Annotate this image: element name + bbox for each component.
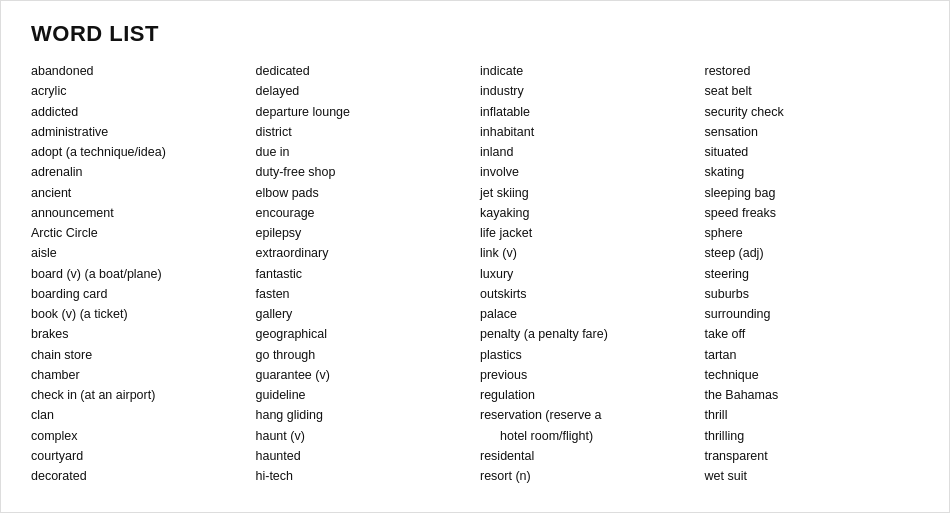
word-item: adopt (a technique/idea) [31, 142, 246, 162]
word-item: sleeping bag [705, 183, 920, 203]
word-item: suburbs [705, 284, 920, 304]
word-item: penalty (a penalty fare) [480, 324, 695, 344]
word-item: announcement [31, 203, 246, 223]
word-item: sphere [705, 223, 920, 243]
word-item: wet suit [705, 466, 920, 486]
word-item: fantastic [256, 264, 471, 284]
word-item: inhabitant [480, 122, 695, 142]
word-item: regulation [480, 385, 695, 405]
word-item: aisle [31, 243, 246, 263]
word-item: clan [31, 405, 246, 425]
word-item: due in [256, 142, 471, 162]
word-item: addicted [31, 102, 246, 122]
word-item: link (v) [480, 243, 695, 263]
word-item: take off [705, 324, 920, 344]
word-item: industry [480, 81, 695, 101]
word-item: extraordinary [256, 243, 471, 263]
word-item: inland [480, 142, 695, 162]
word-item: encourage [256, 203, 471, 223]
word-item: indicate [480, 61, 695, 81]
word-item: book (v) (a ticket) [31, 304, 246, 324]
word-item: involve [480, 162, 695, 182]
word-column-3: indicateindustryinflatableinhabitantinla… [480, 61, 695, 486]
word-item: plastics [480, 345, 695, 365]
word-item: speed freaks [705, 203, 920, 223]
word-item: ancient [31, 183, 246, 203]
word-item: guarantee (v) [256, 365, 471, 385]
word-item: outskirts [480, 284, 695, 304]
word-item: situated [705, 142, 920, 162]
word-item: steering [705, 264, 920, 284]
word-item: complex [31, 426, 246, 446]
page: WORD LIST abandonedacrylicaddictedadmini… [0, 0, 950, 513]
word-item: acrylic [31, 81, 246, 101]
word-item: technique [705, 365, 920, 385]
word-item: jet skiing [480, 183, 695, 203]
word-item: sensation [705, 122, 920, 142]
word-item: Arctic Circle [31, 223, 246, 243]
word-item: the Bahamas [705, 385, 920, 405]
word-item: boarding card [31, 284, 246, 304]
word-item: guideline [256, 385, 471, 405]
word-item: elbow pads [256, 183, 471, 203]
word-item: previous [480, 365, 695, 385]
word-item: geographical [256, 324, 471, 344]
word-item: residental [480, 446, 695, 466]
word-item: hang gliding [256, 405, 471, 425]
word-item: dedicated [256, 61, 471, 81]
word-item: gallery [256, 304, 471, 324]
word-item: brakes [31, 324, 246, 344]
word-item: courtyard [31, 446, 246, 466]
word-item: thrill [705, 405, 920, 425]
word-item: hotel room/flight) [480, 426, 695, 446]
word-item: chain store [31, 345, 246, 365]
word-item: departure lounge [256, 102, 471, 122]
word-item: reservation (reserve a [480, 405, 695, 425]
word-item: seat belt [705, 81, 920, 101]
word-column-1: abandonedacrylicaddictedadministrativead… [31, 61, 246, 486]
word-item: transparent [705, 446, 920, 466]
word-item: adrenalin [31, 162, 246, 182]
word-columns: abandonedacrylicaddictedadministrativead… [31, 61, 919, 486]
word-item: kayaking [480, 203, 695, 223]
word-item: thrilling [705, 426, 920, 446]
word-item: duty-free shop [256, 162, 471, 182]
word-item: district [256, 122, 471, 142]
word-item: resort (n) [480, 466, 695, 486]
word-column-2: dedicateddelayeddeparture loungedistrict… [256, 61, 471, 486]
word-item: tartan [705, 345, 920, 365]
word-item: delayed [256, 81, 471, 101]
word-item: security check [705, 102, 920, 122]
word-column-4: restoredseat beltsecurity checksensation… [705, 61, 920, 486]
word-item: chamber [31, 365, 246, 385]
page-title: WORD LIST [31, 21, 919, 47]
word-item: restored [705, 61, 920, 81]
word-item: epilepsy [256, 223, 471, 243]
word-item: steep (adj) [705, 243, 920, 263]
word-item: hi-tech [256, 466, 471, 486]
word-item: go through [256, 345, 471, 365]
word-item: surrounding [705, 304, 920, 324]
word-item: luxury [480, 264, 695, 284]
word-item: fasten [256, 284, 471, 304]
word-item: administrative [31, 122, 246, 142]
word-item: life jacket [480, 223, 695, 243]
word-item: skating [705, 162, 920, 182]
word-item: abandoned [31, 61, 246, 81]
word-item: check in (at an airport) [31, 385, 246, 405]
word-item: board (v) (a boat/plane) [31, 264, 246, 284]
word-item: haunt (v) [256, 426, 471, 446]
word-item: inflatable [480, 102, 695, 122]
word-item: haunted [256, 446, 471, 466]
word-item: palace [480, 304, 695, 324]
word-item: decorated [31, 466, 246, 486]
